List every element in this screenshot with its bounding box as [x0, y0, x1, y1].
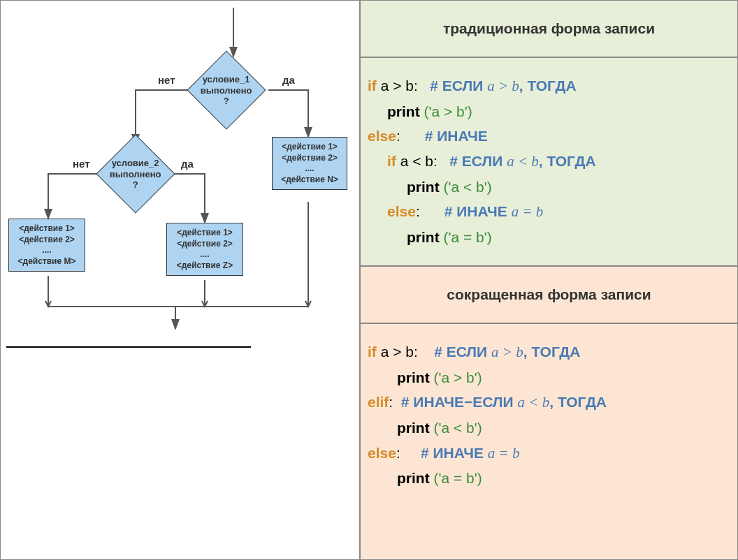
- trad-line-5: print ('a < b'): [368, 175, 730, 200]
- label-no-1: нет: [158, 74, 175, 86]
- trad-line-4: if a < b: # ЕСЛИ a < b, ТОГДА: [368, 149, 730, 175]
- header-traditional: традиционная форма записи: [360, 0, 738, 57]
- code-short: if a > b: # ЕСЛИ a > b, ТОГДА print ('a …: [360, 323, 738, 560]
- flowchart: условие_1 выполнено ? нет да условие_2 в…: [1, 1, 361, 336]
- short-line-5: else: # ИНАЧЕ a = b: [368, 441, 730, 466]
- label-yes-1: да: [282, 74, 295, 86]
- flowchart-panel: условие_1 выполнено ? нет да условие_2 в…: [0, 0, 360, 560]
- action-box-z: <действие 1> <действие 2> .... <действие…: [166, 223, 243, 276]
- trad-line-3: else: # ИНАЧЕ: [368, 124, 730, 149]
- label-yes-2: да: [181, 158, 194, 170]
- short-line-2: print ('a > b'): [368, 365, 730, 390]
- horizontal-rule: [6, 346, 251, 348]
- short-line-4: print ('a < b'): [368, 415, 730, 441]
- short-line-6: print ('a = b'): [368, 466, 730, 491]
- trad-line-1: if a > b: # ЕСЛИ a > b, ТОГДА: [368, 73, 730, 99]
- label-no-2: нет: [73, 158, 90, 170]
- diamond-2-text: условие_2 выполнено ?: [110, 158, 161, 191]
- code-traditional: if a > b: # ЕСЛИ a > b, ТОГДА print ('a …: [360, 57, 738, 266]
- short-line-3: elif: # ИНАЧЕ−ЕСЛИ a < b, ТОГДА: [368, 390, 730, 415]
- diamond-1-text: условие_1 выполнено ?: [201, 74, 252, 107]
- header-short: сокращенная форма записи: [360, 266, 738, 323]
- action-box-n: <действие 1> <действие 2> .... <действие…: [272, 137, 347, 190]
- trad-line-2: print ('a > b'): [368, 99, 730, 124]
- main-container: условие_1 выполнено ? нет да условие_2 в…: [0, 0, 738, 560]
- trad-line-7: print ('a = b'): [368, 225, 730, 250]
- code-panel: традиционная форма записи if a > b: # ЕС…: [360, 0, 738, 560]
- action-box-m: <действие 1> <действие 2> .... <действие…: [8, 219, 85, 272]
- trad-line-6: else: # ИНАЧЕ a = b: [368, 199, 730, 225]
- short-line-1: if a > b: # ЕСЛИ a > b, ТОГДА: [368, 339, 730, 365]
